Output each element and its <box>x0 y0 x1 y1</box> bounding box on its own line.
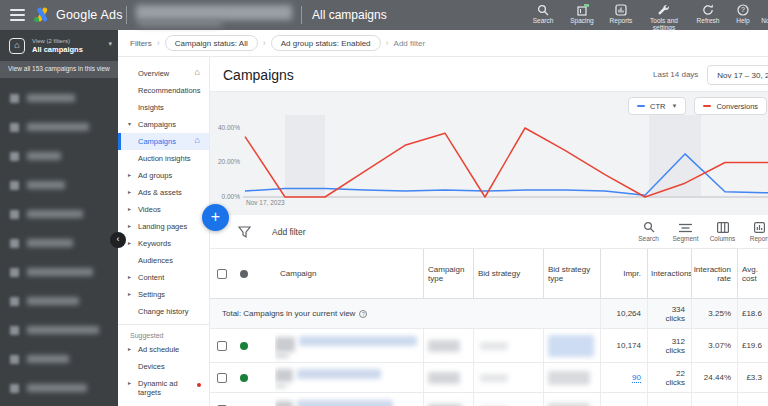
sidebar-item-content[interactable]: ▸Content <box>118 269 209 286</box>
view-all-campaigns-banner[interactable]: View all 153 campaigns in this view <box>0 61 118 78</box>
campaign-list-item-redacted[interactable] <box>0 229 118 258</box>
campaign-name-redacted <box>27 94 75 102</box>
sidebar-item-landing-pages[interactable]: ▸Landing pages <box>118 218 209 235</box>
total-value: 10,264 <box>617 309 641 318</box>
column-header-campaign[interactable]: Campaign <box>275 249 423 298</box>
sidebar-item-ad-schedule[interactable]: ▸Ad schedule <box>118 341 209 358</box>
nav-item-label: Auction insights <box>138 154 191 163</box>
filter-chip-campaign-status[interactable]: Campaign status: All <box>165 35 258 51</box>
topbar-spacing-button[interactable]: Spacing <box>562 1 602 31</box>
sidebar-item-ad-groups[interactable]: ▸Ad groups <box>118 167 209 184</box>
campaign-name-cell[interactable] <box>275 329 423 362</box>
add-filter-link[interactable]: Add filter <box>394 39 426 48</box>
sidebar-item-auction-insights[interactable]: Auction insights <box>118 150 209 167</box>
chevron-down-icon: ▾ <box>128 120 131 129</box>
interactions-value: 22 clicks <box>647 363 691 392</box>
column-header-interaction-rate[interactable]: Interaction rate <box>691 249 737 298</box>
sidebar-item-audiences[interactable]: Audiences <box>118 252 209 269</box>
campaign-name-redacted <box>275 401 293 406</box>
topbar-tools-and-settings-button[interactable]: Tools and settings <box>640 1 688 31</box>
chevron-right-icon: ▸ <box>128 171 131 180</box>
campaign-list-item-redacted[interactable] <box>0 113 118 142</box>
row-checkbox[interactable] <box>217 373 227 383</box>
nav-item-label: Ad groups <box>138 171 172 180</box>
topbar-reports-button[interactable]: Reports <box>602 1 640 31</box>
sidebar-item-change-history[interactable]: Change history <box>118 303 209 320</box>
campaign-list-item-redacted[interactable] <box>0 84 118 113</box>
sidebar-item-settings[interactable]: ▸Settings <box>118 286 209 303</box>
chevron-right-icon: ▸ <box>128 188 131 197</box>
date-range-picker[interactable]: Nov 17 – 30, 2023 <box>707 65 768 85</box>
account-name-redacted[interactable] <box>136 5 292 20</box>
topbar-action-label: Search <box>533 17 554 24</box>
sidebar-item-keywords[interactable]: ▸Keywords <box>118 235 209 252</box>
campaign-list-item-redacted[interactable] <box>0 316 118 345</box>
campaign-list-item-redacted[interactable] <box>0 200 118 229</box>
series-color-dash-icon <box>703 105 711 107</box>
campaign-list-item-redacted[interactable] <box>0 258 118 287</box>
topbar-action-label: Notifications <box>761 17 768 24</box>
column-header-label: Campaign <box>280 269 316 278</box>
row-checkbox[interactable] <box>217 341 227 351</box>
topbar-notifications-button[interactable]: Notifications <box>758 1 768 31</box>
sidebar-item-ads-assets[interactable]: ▸Ads & assets <box>118 184 209 201</box>
metric-toggle-label: CTR <box>650 102 665 111</box>
sidebar-item-devices[interactable]: Devices <box>118 358 209 375</box>
header-select-cell <box>210 249 275 298</box>
topbar-help-button[interactable]: ?Help <box>728 1 758 31</box>
line-chart <box>210 112 768 215</box>
new-campaign-button[interactable]: + <box>202 204 229 231</box>
campaign-name-cell[interactable] <box>275 363 423 392</box>
campaign-name-redacted <box>275 353 289 358</box>
cell-value[interactable]: 90 <box>632 373 641 383</box>
campaign-list-item-redacted[interactable] <box>0 171 118 200</box>
sidebar-item-overview[interactable]: Overview⌂ <box>118 65 209 82</box>
campaign-list-item-redacted[interactable] <box>0 142 118 171</box>
total-row-label-cell: Total: Campaigns in your current view? <box>210 299 600 328</box>
interaction-rate-value: 3.07% <box>691 329 737 362</box>
campaign-type-redacted <box>428 372 460 384</box>
table-row: 10,174312 clicks3.07%£19.6 <box>210 329 768 363</box>
table-action-search[interactable]: Search <box>630 218 667 242</box>
sidebar-item-insights[interactable]: Insights <box>118 99 209 116</box>
campaign-list-item-redacted[interactable] <box>0 287 118 316</box>
status-icon-redacted <box>10 210 19 219</box>
status-filter-icon[interactable] <box>240 270 248 278</box>
select-all-checkbox[interactable] <box>217 269 227 279</box>
sidebar-item-recommendations[interactable]: Recommendations <box>118 82 209 99</box>
nav-item-label: Recommendations <box>138 86 201 95</box>
column-header-label: Avg. cost <box>742 265 768 283</box>
campaign-list-item-redacted[interactable] <box>0 345 118 374</box>
topbar-refresh-button[interactable]: Refresh <box>688 1 728 31</box>
sidebar-item-campaigns[interactable]: ▾Campaigns <box>118 116 209 133</box>
sidebar-item-campaigns-selected[interactable]: Campaigns⌂ <box>118 133 209 150</box>
sidebar-item-videos[interactable]: ▸Videos <box>118 201 209 218</box>
column-header-campaign-type[interactable]: Campaign type <box>423 249 473 298</box>
bid-strategy-type-cell <box>543 393 600 406</box>
filter-chip-ad-group-status[interactable]: Ad group status: Enabled <box>271 35 381 51</box>
campaign-list-item-redacted[interactable] <box>0 374 118 403</box>
topbar-page-label: All campaigns <box>312 8 387 22</box>
campaign-name-redacted <box>27 384 87 392</box>
campaign-name-cell[interactable] <box>275 393 423 406</box>
column-header-bid-strategy-type[interactable]: Bid strategy type <box>543 249 600 298</box>
table-action-segment[interactable]: Segment <box>667 218 704 242</box>
topbar-search-button[interactable]: Search <box>524 1 562 31</box>
column-header-interactions[interactable]: Interactions <box>647 249 691 298</box>
column-header-bid-strategy[interactable]: Bid strategy <box>473 249 543 298</box>
view-selector[interactable]: ⌂ View (2 filters) All campaigns ▾ <box>0 30 118 61</box>
status-enabled-icon <box>240 374 248 382</box>
menu-icon[interactable] <box>10 9 25 21</box>
table-action-report[interactable]: Report <box>741 218 768 242</box>
campaign-list-sidebar: ⌂ View (2 filters) All campaigns ▾ View … <box>0 30 118 406</box>
column-header-avg-cost[interactable]: Avg. cost <box>737 249 768 298</box>
table-add-filter[interactable]: Add filter <box>272 227 306 237</box>
collapse-nav-icon[interactable]: ‹ <box>110 232 126 248</box>
filter-chips: Campaign status: All›Ad group status: En… <box>165 35 394 51</box>
sidebar-item-dynamic-ad-targets[interactable]: ▸Dynamic ad targets <box>118 375 209 401</box>
info-icon[interactable]: ? <box>359 310 367 318</box>
column-header-impr-[interactable]: Impr. <box>600 249 647 298</box>
impressions-value: 90 <box>600 363 647 392</box>
table-action-columns[interactable]: Columns <box>704 218 741 242</box>
filter-funnel-icon[interactable] <box>238 225 251 243</box>
